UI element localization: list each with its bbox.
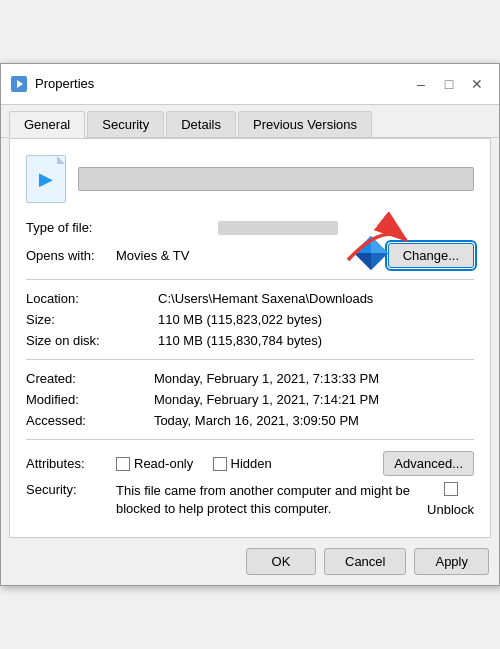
accessed-row: Accessed: Today, March 16, 2021, 3:09:50… bbox=[26, 410, 474, 431]
created-value: Monday, February 1, 2021, 7:13:33 PM bbox=[154, 368, 474, 389]
unblock-label: Unblock bbox=[427, 502, 474, 517]
unblock-checkbox[interactable] bbox=[444, 482, 458, 496]
title-bar-controls: – □ ✕ bbox=[409, 72, 489, 96]
tabs-bar: General Security Details Previous Versio… bbox=[1, 105, 499, 138]
size-on-disk-label: Size on disk: bbox=[26, 330, 158, 351]
title-bar-left: Properties bbox=[11, 76, 94, 92]
created-row: Created: Monday, February 1, 2021, 7:13:… bbox=[26, 368, 474, 389]
opens-with-label: Opens with: bbox=[26, 248, 116, 263]
apply-button[interactable]: Apply bbox=[414, 548, 489, 575]
tab-security[interactable]: Security bbox=[87, 111, 164, 137]
tab-previous-versions[interactable]: Previous Versions bbox=[238, 111, 372, 137]
readonly-label: Read-only bbox=[134, 456, 193, 471]
window-icon bbox=[11, 76, 27, 92]
modified-row: Modified: Monday, February 1, 2021, 7:14… bbox=[26, 389, 474, 410]
advanced-button[interactable]: Advanced... bbox=[383, 451, 474, 476]
opens-with-section: Opens with: Movies & TV Change... bbox=[26, 240, 474, 271]
accessed-value: Today, March 16, 2021, 3:09:50 PM bbox=[154, 410, 474, 431]
change-button[interactable]: Change... bbox=[388, 243, 474, 268]
opens-with-value: Movies & TV bbox=[116, 248, 189, 263]
close-button[interactable]: ✕ bbox=[465, 72, 489, 96]
modified-label: Modified: bbox=[26, 389, 154, 410]
hidden-checkbox-label[interactable]: Hidden bbox=[213, 456, 272, 471]
minimize-button[interactable]: – bbox=[409, 72, 433, 96]
opens-with-left: Opens with: Movies & TV bbox=[26, 248, 189, 263]
tab-general[interactable]: General bbox=[9, 111, 85, 138]
info-table: Type of file: bbox=[26, 217, 474, 239]
security-label: Security: bbox=[26, 482, 116, 497]
size-on-disk-row: Size on disk: 110 MB (115,830,784 bytes) bbox=[26, 330, 474, 351]
title-bar: Properties – □ ✕ bbox=[1, 64, 499, 105]
readonly-checkbox[interactable] bbox=[116, 457, 130, 471]
bottom-buttons: OK Cancel Apply bbox=[1, 538, 499, 585]
attributes-label: Attributes: bbox=[26, 456, 116, 471]
size-on-disk-value: 110 MB (115,830,784 bytes) bbox=[158, 330, 474, 351]
location-label: Location: bbox=[26, 288, 158, 309]
type-of-file-label: Type of file: bbox=[26, 217, 218, 239]
file-type-icon: ▶ bbox=[26, 155, 66, 203]
file-header: ▶ bbox=[26, 155, 474, 203]
size-label: Size: bbox=[26, 309, 158, 330]
window-title: Properties bbox=[35, 76, 94, 91]
separator-2 bbox=[26, 359, 474, 360]
file-name-bar bbox=[78, 167, 474, 191]
location-size-table: Location: C:\Users\Hemant Saxena\Downloa… bbox=[26, 288, 474, 351]
size-value: 110 MB (115,823,022 bytes) bbox=[158, 309, 474, 330]
security-row: Security: This file came from another co… bbox=[26, 479, 474, 521]
dates-table: Created: Monday, February 1, 2021, 7:13:… bbox=[26, 368, 474, 431]
hidden-checkbox[interactable] bbox=[213, 457, 227, 471]
hidden-label: Hidden bbox=[231, 456, 272, 471]
created-label: Created: bbox=[26, 368, 154, 389]
attributes-row: Attributes: Read-only Hidden Advanced... bbox=[26, 448, 474, 479]
ok-button[interactable]: OK bbox=[246, 548, 316, 575]
modified-value: Monday, February 1, 2021, 7:14:21 PM bbox=[154, 389, 474, 410]
type-of-file-row: Type of file: bbox=[26, 217, 474, 239]
size-row: Size: 110 MB (115,823,022 bytes) bbox=[26, 309, 474, 330]
readonly-checkbox-label[interactable]: Read-only bbox=[116, 456, 193, 471]
play-icon: ▶ bbox=[39, 168, 53, 190]
separator-1 bbox=[26, 279, 474, 280]
opens-with-row: Opens with: Movies & TV Change... bbox=[26, 240, 474, 271]
accessed-label: Accessed: bbox=[26, 410, 154, 431]
tab-details[interactable]: Details bbox=[166, 111, 236, 137]
unblock-checkbox-label[interactable]: Unblock bbox=[427, 482, 474, 517]
properties-dialog: Properties – □ ✕ General Security Detail… bbox=[0, 63, 500, 587]
cancel-button[interactable]: Cancel bbox=[324, 548, 406, 575]
maximize-button[interactable]: □ bbox=[437, 72, 461, 96]
tab-content: ▶ Type of file: Opens with: Movies & TV … bbox=[9, 138, 491, 539]
security-text: This file came from another computer and… bbox=[116, 482, 419, 518]
location-row: Location: C:\Users\Hemant Saxena\Downloa… bbox=[26, 288, 474, 309]
type-blurred bbox=[218, 221, 338, 235]
location-value: C:\Users\Hemant Saxena\Downloads bbox=[158, 288, 474, 309]
type-of-file-value bbox=[218, 217, 474, 239]
separator-3 bbox=[26, 439, 474, 440]
